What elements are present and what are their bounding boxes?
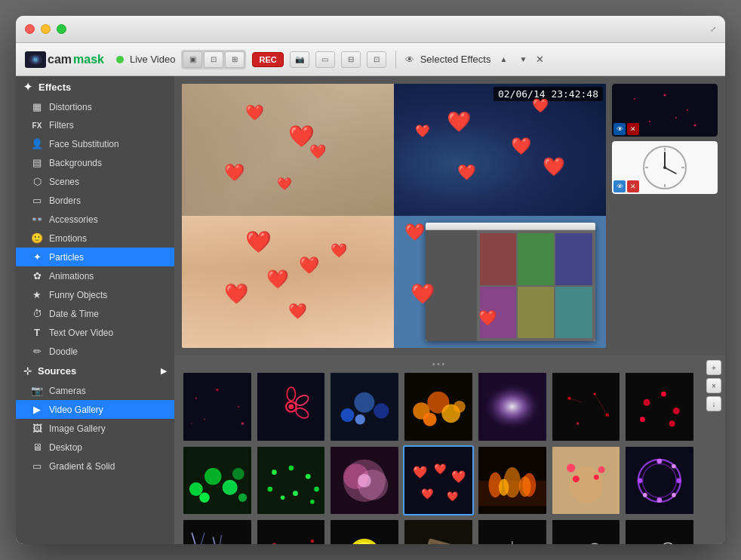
video-grid: ❤️ ❤️ ❤️ ❤️ ❤️ 02/06/14 23:42:48 ❤️: [182, 84, 606, 348]
gallery-item-12[interactable]: [551, 445, 622, 516]
effects-down-btn[interactable]: ▼: [516, 53, 530, 66]
gallery-item-11[interactable]: [477, 445, 548, 516]
maximize-button[interactable]: [57, 24, 66, 34]
gallery-item-13[interactable]: [624, 445, 695, 516]
sidebar-item-desktop[interactable]: 🖥 Desktop: [16, 438, 174, 457]
settings-btn[interactable]: ⊟: [341, 51, 361, 68]
gallery-item-6[interactable]: [624, 371, 695, 442]
gallery-item-10[interactable]: ❤️ ❤️ ❤️ ❤️ ❤️: [403, 445, 474, 516]
svg-point-90: [672, 464, 676, 469]
effect-1-remove-btn[interactable]: ✕: [627, 123, 639, 135]
selected-effects-label: Selected Effects: [420, 54, 491, 65]
close-button[interactable]: [25, 24, 35, 34]
svg-point-57: [288, 465, 294, 470]
gallery-item-0[interactable]: [182, 371, 253, 442]
sidebar-item-filters[interactable]: FX Filters: [16, 116, 174, 134]
effect-2-controls: 👁 ✕: [613, 180, 639, 192]
effects-close-btn[interactable]: ✕: [536, 54, 544, 65]
gallery-item-20[interactable]: ⚽ ⚽: [624, 518, 695, 544]
effect-2-eye-btn[interactable]: 👁: [613, 180, 626, 192]
svg-point-86: [657, 458, 663, 463]
minimize-button[interactable]: [41, 24, 51, 34]
gallery-item-1[interactable]: [256, 371, 327, 442]
gallery-grid: ❤️ ❤️ ❤️ ❤️ ❤️: [182, 371, 695, 544]
desktop-label: Desktop: [49, 442, 82, 453]
gallery-item-18[interactable]: [477, 518, 548, 544]
gallery-item-3[interactable]: [403, 371, 474, 442]
sidebar-item-accessories[interactable]: 👓 Accessories: [16, 210, 174, 229]
sidebar-item-funny-objects[interactable]: ★ Funny Objects: [16, 285, 174, 304]
selected-effects-panel: 👁 ✕: [612, 84, 718, 348]
effect-2-remove-btn[interactable]: ✕: [627, 180, 639, 192]
sources-section-header[interactable]: ⊹ Sources ▶: [16, 361, 174, 381]
sidebar-item-cameras[interactable]: 📷 Cameras: [16, 381, 174, 400]
svg-point-9: [675, 117, 677, 118]
gallery-item-7[interactable]: [182, 445, 253, 516]
gallery-item-14[interactable]: [182, 518, 253, 544]
video-cell-bottom-right: ❤️ ❤️ ❤️: [394, 216, 606, 348]
sidebar-item-backgrounds[interactable]: ▤ Backgrounds: [16, 153, 174, 172]
gallery-item-15[interactable]: [256, 518, 327, 544]
effect-1-eye-btn[interactable]: 👁: [613, 123, 626, 135]
gallery-item-16[interactable]: [329, 518, 400, 544]
svg-point-46: [661, 392, 666, 397]
sidebar-item-scenes[interactable]: ⬡ Scenes: [16, 172, 174, 191]
svg-point-52: [223, 479, 238, 494]
svg-point-77: [499, 478, 509, 495]
svg-point-59: [267, 486, 272, 491]
rec-button[interactable]: REC: [252, 52, 283, 67]
effect-1-controls: 👁 ✕: [613, 123, 639, 135]
sidebar-item-face-substitution[interactable]: 👤 Face Substitution: [16, 134, 174, 153]
svg-point-3: [634, 98, 635, 100]
svg-point-42: [577, 423, 579, 425]
scenes-label: Scenes: [49, 177, 79, 187]
svg-point-82: [567, 463, 575, 472]
face-sub-label: Face Substitution: [49, 139, 119, 149]
selected-effect-2: 👁 ✕: [612, 141, 718, 194]
svg-point-88: [657, 497, 663, 503]
sidebar-item-doodle[interactable]: ✏ Doodle: [16, 342, 174, 361]
gallery-item-19[interactable]: [551, 518, 622, 544]
effects-up-btn[interactable]: ▲: [497, 53, 510, 66]
logo-icon: [25, 51, 46, 68]
gallery-item-8[interactable]: [256, 445, 327, 516]
effects-header-label: Effects: [38, 82, 71, 93]
sidebar-item-distortions[interactable]: ▦ Distortions: [16, 97, 174, 116]
view-pip-btn[interactable]: ⊡: [204, 51, 223, 68]
sidebar-item-animations[interactable]: ✿ Animations: [16, 266, 174, 285]
accessories-icon: 👓: [31, 214, 43, 225]
sidebar-item-emotions[interactable]: 🙂 Emotions: [16, 229, 174, 248]
sidebar-item-video-gallery[interactable]: ▶ Video Gallery: [16, 400, 174, 419]
view-full-btn[interactable]: ▣: [183, 51, 202, 68]
sidebar-item-text-over-video[interactable]: T Text Over Video: [16, 323, 174, 342]
gallery-item-4[interactable]: [477, 371, 548, 442]
sidebar-item-borders[interactable]: ▭ Borders: [16, 191, 174, 210]
sidebar-item-gradient[interactable]: ▭ Gradient & Solid: [16, 457, 174, 475]
svg-point-30: [355, 392, 375, 413]
scroll-download-btn[interactable]: ↓: [706, 396, 721, 411]
scroll-add-btn[interactable]: +: [706, 360, 721, 375]
video-gallery-icon: ▶: [31, 404, 43, 415]
video-main: ❤️ ❤️ ❤️ ❤️ ❤️ 02/06/14 23:42:48 ❤️: [182, 84, 606, 348]
svg-point-54: [199, 492, 209, 502]
sidebar-item-date-time[interactable]: ⏱ Date & Time: [16, 304, 174, 323]
svg-text:❤️: ❤️: [422, 488, 435, 500]
gallery-item-5[interactable]: [551, 371, 622, 442]
gallery-item-2[interactable]: [329, 371, 400, 442]
effects-section-header[interactable]: ✦ Effects: [16, 76, 174, 97]
scroll-remove-btn[interactable]: ×: [706, 378, 721, 393]
camera-switch-btn[interactable]: ⊡: [367, 51, 386, 68]
screenshot-btn[interactable]: 📷: [290, 51, 309, 68]
gallery-item-17[interactable]: [403, 518, 474, 544]
animations-icon: ✿: [31, 270, 43, 282]
filters-icon: FX: [31, 122, 43, 130]
gallery-scrollbar: + × ↓: [703, 355, 725, 544]
sidebar-item-image-gallery[interactable]: 🖼 Image Gallery: [16, 419, 174, 438]
sources-share-icon: ⊹: [23, 365, 32, 377]
gallery-item-9[interactable]: [329, 445, 400, 516]
view-grid-btn[interactable]: ⊞: [225, 51, 244, 68]
toolbar-separator: [395, 51, 396, 69]
svg-point-62: [281, 495, 285, 500]
sidebar-item-particles[interactable]: ✦ Particles: [16, 248, 174, 266]
screen-btn[interactable]: ▭: [315, 51, 335, 68]
